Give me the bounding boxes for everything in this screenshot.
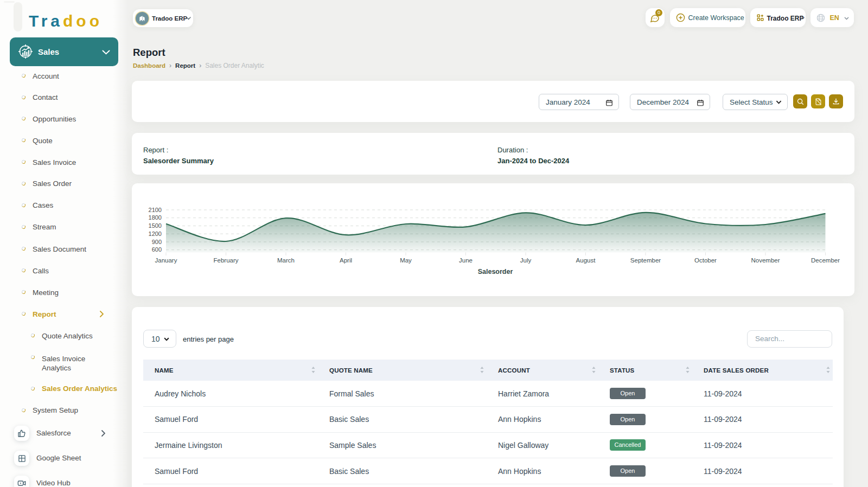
svg-text:January: January [155,257,177,264]
svg-text:July: July [520,257,532,264]
svg-text:February: February [213,257,238,264]
svg-text:1800: 1800 [149,214,162,221]
svg-text:600: 600 [152,246,162,253]
svg-text:Salesorder: Salesorder [478,268,513,275]
svg-text:March: March [277,257,295,264]
svg-text:May: May [400,257,412,264]
svg-text:April: April [340,257,352,264]
svg-text:900: 900 [152,239,162,245]
svg-text:November: November [751,257,780,264]
svg-text:September: September [630,257,661,264]
svg-text:1200: 1200 [149,230,162,237]
svg-text:1500: 1500 [149,222,162,229]
svg-text:August: August [576,257,596,264]
svg-text:June: June [459,257,473,264]
svg-text:December: December [811,257,840,264]
svg-text:2100: 2100 [149,207,162,213]
svg-text:October: October [694,257,717,264]
